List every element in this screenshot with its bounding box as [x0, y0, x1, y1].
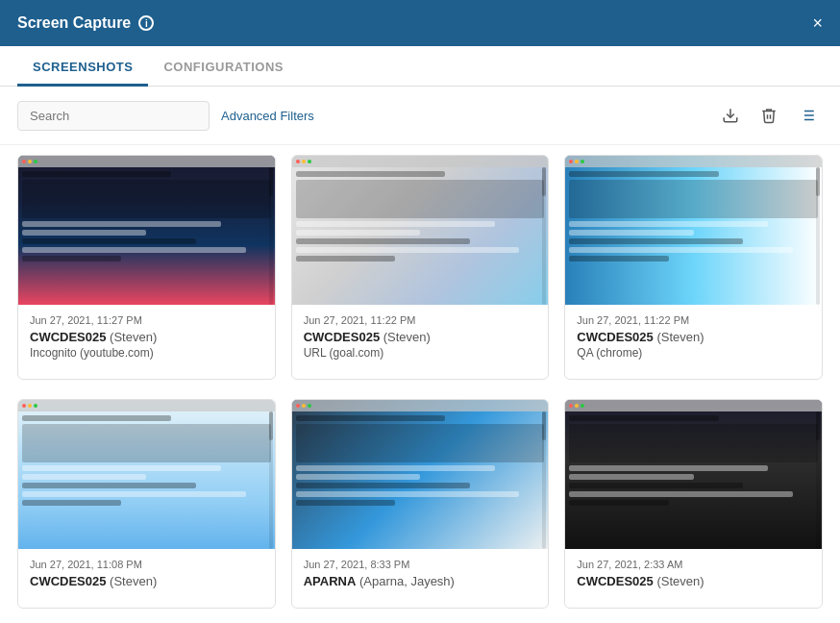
- card-thumbnail-5: [565, 400, 822, 549]
- modal-header: Screen Capture i ×: [0, 0, 840, 46]
- screenshots-grid: Jun 27, 2021, 11:27 PM CWCDES025 (Steven…: [0, 145, 840, 618]
- search-input[interactable]: [17, 101, 210, 131]
- card-info-0: Jun 27, 2021, 11:27 PM CWCDES025 (Steven…: [18, 305, 275, 369]
- card-thumbnail-0: [18, 156, 275, 305]
- card-info-3: Jun 27, 2021, 11:08 PM CWCDES025 (Steven…: [18, 549, 275, 598]
- card-thumbnail-2: [565, 156, 822, 305]
- card-time-1: Jun 27, 2021, 11:22 PM: [304, 314, 537, 326]
- card-5[interactable]: Jun 27, 2021, 2:33 AM CWCDES025 (Steven): [564, 399, 823, 609]
- card-thumbnail-4: [292, 400, 549, 549]
- list-view-button[interactable]: [792, 100, 823, 131]
- card-0[interactable]: Jun 27, 2021, 11:27 PM CWCDES025 (Steven…: [17, 155, 276, 380]
- card-2[interactable]: Jun 27, 2021, 11:22 PM CWCDES025 (Steven…: [564, 155, 823, 380]
- card-detail-1: URL (goal.com): [304, 346, 537, 360]
- tab-screenshots[interactable]: SCREENSHOTS: [17, 46, 148, 87]
- card-user-5: CWCDES025 (Steven): [577, 574, 810, 588]
- toolbar: Advanced Filters: [0, 87, 840, 145]
- card-user-1: CWCDES025 (Steven): [304, 330, 537, 344]
- card-1[interactable]: Jun 27, 2021, 11:22 PM CWCDES025 (Steven…: [291, 155, 550, 380]
- card-thumbnail-3: [18, 400, 275, 549]
- delete-button[interactable]: [754, 100, 784, 131]
- tab-configurations[interactable]: CONFIGURATIONS: [148, 46, 298, 87]
- card-time-4: Jun 27, 2021, 8:33 PM: [304, 559, 537, 570]
- card-user-2: CWCDES025 (Steven): [577, 330, 810, 344]
- card-4[interactable]: Jun 27, 2021, 8:33 PM APARNA (Aparna, Ja…: [291, 399, 550, 609]
- tabs-bar: SCREENSHOTS CONFIGURATIONS: [0, 46, 840, 87]
- card-user-0: CWCDES025 (Steven): [30, 330, 263, 344]
- card-info-4: Jun 27, 2021, 8:33 PM APARNA (Aparna, Ja…: [292, 549, 549, 598]
- modal-title: Screen Capture i: [17, 14, 154, 32]
- modal-title-text: Screen Capture: [17, 14, 131, 32]
- card-info-5: Jun 27, 2021, 2:33 AM CWCDES025 (Steven): [565, 549, 822, 598]
- info-icon[interactable]: i: [138, 15, 154, 31]
- card-time-0: Jun 27, 2021, 11:27 PM: [30, 314, 263, 326]
- card-detail-0: Incognito (youtube.com): [30, 346, 263, 360]
- card-user-3: CWCDES025 (Steven): [30, 574, 263, 588]
- close-button[interactable]: ×: [812, 14, 823, 32]
- download-button[interactable]: [715, 100, 746, 131]
- toolbar-icons: [715, 100, 823, 131]
- card-time-3: Jun 27, 2021, 11:08 PM: [30, 559, 263, 570]
- card-time-2: Jun 27, 2021, 11:22 PM: [577, 314, 810, 326]
- card-info-2: Jun 27, 2021, 11:22 PM CWCDES025 (Steven…: [565, 305, 822, 369]
- advanced-filters-link[interactable]: Advanced Filters: [221, 109, 314, 123]
- card-detail-2: QA (chrome): [577, 346, 810, 360]
- card-user-4: APARNA (Aparna, Jayesh): [304, 574, 537, 588]
- card-thumbnail-1: [292, 156, 549, 305]
- card-time-5: Jun 27, 2021, 2:33 AM: [577, 559, 810, 570]
- card-3[interactable]: Jun 27, 2021, 11:08 PM CWCDES025 (Steven…: [17, 399, 276, 609]
- card-info-1: Jun 27, 2021, 11:22 PM CWCDES025 (Steven…: [292, 305, 549, 369]
